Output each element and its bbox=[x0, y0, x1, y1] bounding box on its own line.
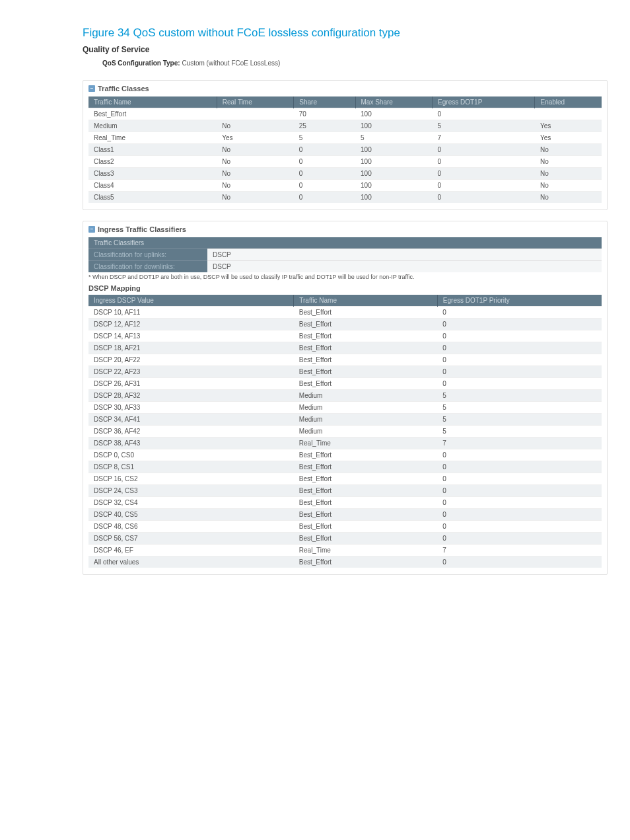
cell: DSCP 0, CS0 bbox=[88, 449, 294, 461]
cell: DSCP 20, AF22 bbox=[88, 354, 294, 366]
dscp-mapping-title: DSCP Mapping bbox=[88, 284, 602, 292]
classifiers-header: Traffic Classifiers bbox=[88, 237, 602, 249]
cell: Best_Effort bbox=[294, 461, 438, 473]
cell: Best_Effort bbox=[294, 319, 438, 330]
cell: 7 bbox=[437, 545, 602, 556]
cell: 0 bbox=[437, 378, 602, 390]
cell: 0 bbox=[294, 168, 355, 180]
ingress-classifiers-title-row: − Ingress Traffic Classifiers bbox=[88, 225, 602, 233]
page: Figure 34 QoS custom without FCoE lossle… bbox=[0, 0, 630, 840]
cell bbox=[217, 108, 294, 120]
cell: All other values bbox=[88, 556, 294, 568]
cell: Medium bbox=[88, 120, 217, 132]
table-row: Real_TimeYes557Yes bbox=[88, 132, 602, 144]
cell: 100 bbox=[355, 144, 433, 156]
cell: No bbox=[217, 120, 294, 132]
table-row: Class2No01000No bbox=[88, 156, 602, 168]
cell: Best_Effort bbox=[294, 354, 438, 366]
cell: Medium bbox=[294, 426, 438, 438]
collapse-icon[interactable]: − bbox=[88, 226, 95, 233]
cell: Best_Effort bbox=[294, 330, 438, 342]
cell: Best_Effort bbox=[294, 307, 438, 319]
cell: Best_Effort bbox=[294, 366, 438, 378]
table-row: DSCP 18, AF21Best_Effort0 bbox=[88, 342, 602, 354]
cell: Best_Effort bbox=[294, 509, 438, 521]
cell: No bbox=[535, 192, 602, 204]
table-row: DSCP 28, AF32Medium5 bbox=[88, 390, 602, 402]
traffic-classes-title: Traffic Classes bbox=[98, 85, 149, 93]
cell: DSCP 10, AF11 bbox=[88, 307, 294, 319]
table-row: DSCP 0, CS0Best_Effort0 bbox=[88, 449, 602, 461]
table-row: Class3No01000No bbox=[88, 168, 602, 180]
table-row: DSCP 10, AF11Best_Effort0 bbox=[88, 307, 602, 319]
cell: Yes bbox=[535, 120, 602, 132]
downlinks-label: Classification for downlinks: bbox=[88, 261, 207, 273]
ingress-classifiers-title: Ingress Traffic Classifiers bbox=[98, 225, 186, 233]
cell: 5 bbox=[437, 390, 602, 402]
cell: DSCP 32, CS4 bbox=[88, 497, 294, 509]
column-header: Traffic Name bbox=[88, 96, 217, 108]
cell: Best_Effort bbox=[294, 378, 438, 390]
classifiers-footnote: * When DSCP and DOT1P are both in use, D… bbox=[88, 274, 602, 280]
classifiers-table: Traffic Classifiers Classification for u… bbox=[88, 237, 602, 272]
cell: No bbox=[217, 180, 294, 192]
cell: DSCP 34, AF41 bbox=[88, 414, 294, 426]
cell: 0 bbox=[433, 192, 535, 204]
cell: 0 bbox=[294, 180, 355, 192]
cell: 7 bbox=[437, 438, 602, 449]
cell: DSCP 8, CS1 bbox=[88, 461, 294, 473]
table-row: Class4No01000No bbox=[88, 180, 602, 192]
figure-title: Figure 34 QoS custom without FCoE lossle… bbox=[83, 26, 630, 40]
cell: 0 bbox=[433, 108, 535, 120]
collapse-icon[interactable]: − bbox=[88, 85, 95, 92]
config-type-value: Custom (without FCoE LossLess) bbox=[182, 59, 280, 67]
cell: 0 bbox=[437, 307, 602, 319]
cell: 70 bbox=[294, 108, 355, 120]
cell: DSCP 48, CS6 bbox=[88, 521, 294, 533]
cell: 0 bbox=[437, 342, 602, 354]
cell: No bbox=[535, 144, 602, 156]
cell: Best_Effort bbox=[88, 108, 217, 120]
cell: 0 bbox=[433, 180, 535, 192]
uplinks-value: DSCP bbox=[207, 249, 602, 261]
cell: 0 bbox=[437, 461, 602, 473]
cell: Best_Effort bbox=[294, 533, 438, 545]
table-row: DSCP 16, CS2Best_Effort0 bbox=[88, 473, 602, 485]
table-row: DSCP 24, CS3Best_Effort0 bbox=[88, 485, 602, 497]
table-row: DSCP 32, CS4Best_Effort0 bbox=[88, 497, 602, 509]
cell: Best_Effort bbox=[294, 485, 438, 497]
column-header: Enabled bbox=[535, 96, 602, 108]
cell: 0 bbox=[294, 156, 355, 168]
cell: Real_Time bbox=[294, 438, 438, 449]
cell: Class4 bbox=[88, 180, 217, 192]
config-type-label: QoS Configuration Type: bbox=[102, 59, 180, 67]
table-row: DSCP 22, AF23Best_Effort0 bbox=[88, 366, 602, 378]
cell: No bbox=[217, 144, 294, 156]
table-row: Best_Effort701000 bbox=[88, 108, 602, 120]
cell: 0 bbox=[294, 144, 355, 156]
cell: Best_Effort bbox=[294, 449, 438, 461]
table-row: Class1No01000No bbox=[88, 144, 602, 156]
cell bbox=[535, 108, 602, 120]
cell: 100 bbox=[355, 108, 433, 120]
cell: Class5 bbox=[88, 192, 217, 204]
cell: 0 bbox=[433, 168, 535, 180]
table-row: DSCP 30, AF33Medium5 bbox=[88, 402, 602, 414]
cell: 0 bbox=[437, 319, 602, 330]
cell: 0 bbox=[437, 509, 602, 521]
cell: No bbox=[217, 156, 294, 168]
cell: No bbox=[535, 156, 602, 168]
config-type-line: QoS Configuration Type: Custom (without … bbox=[102, 59, 630, 67]
cell: Best_Effort bbox=[294, 556, 438, 568]
cell: DSCP 28, AF32 bbox=[88, 390, 294, 402]
cell: 0 bbox=[437, 366, 602, 378]
table-row: DSCP 14, AF13Best_Effort0 bbox=[88, 330, 602, 342]
cell: DSCP 16, CS2 bbox=[88, 473, 294, 485]
cell: DSCP 18, AF21 bbox=[88, 342, 294, 354]
cell: 100 bbox=[355, 156, 433, 168]
cell: Best_Effort bbox=[294, 521, 438, 533]
cell: Best_Effort bbox=[294, 473, 438, 485]
table-row: Class5No01000No bbox=[88, 192, 602, 204]
traffic-classes-panel: − Traffic Classes Traffic NameReal TimeS… bbox=[83, 80, 608, 210]
cell: 5 bbox=[437, 402, 602, 414]
